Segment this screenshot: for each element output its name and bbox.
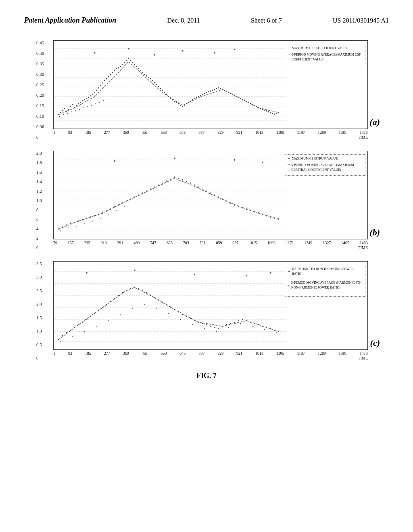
- svg-point-83: [206, 92, 207, 93]
- svg-point-37: [114, 70, 115, 71]
- svg-point-71: [182, 106, 183, 107]
- svg-point-179: [182, 179, 183, 181]
- svg-point-185: [206, 191, 207, 192]
- chart-c-x-axis: 1 93 185 277 369 461 553 645 737 829 921…: [53, 351, 368, 355]
- svg-point-62: [164, 92, 165, 93]
- svg-point-114: [268, 111, 269, 112]
- svg-point-132: [83, 107, 84, 108]
- svg-point-231: [86, 319, 87, 320]
- svg-point-130: [75, 110, 76, 111]
- chart-a-legend: + MAXIMUM CSP COEFFICIENT VALUE - - - 5-…: [285, 44, 365, 65]
- svg-point-29: [98, 87, 99, 88]
- chart-c-legend: + HARMONIC-TO-NON-HARMONIC POWER RATIO -…: [285, 265, 365, 297]
- svg-point-35: [110, 74, 111, 75]
- svg-point-194: [242, 207, 243, 208]
- svg-point-56: [152, 80, 153, 81]
- chart-b-legend: + MAXIMUM CEPSTRUM VALUE - - - 5-PERIOD …: [285, 154, 365, 176]
- svg-point-125: [234, 49, 235, 50]
- svg-point-204: [114, 160, 115, 162]
- svg-point-43: [126, 60, 127, 61]
- svg-point-16: [72, 104, 73, 105]
- svg-point-210: [76, 226, 77, 227]
- svg-point-31: [102, 83, 103, 84]
- svg-point-293: [156, 308, 157, 309]
- svg-point-26: [92, 94, 93, 95]
- svg-point-25: [90, 95, 91, 96]
- chart-b-x-axis: 79 157 235 313 391 469 547 625 703 781 8…: [53, 241, 368, 245]
- svg-point-42: [124, 62, 125, 63]
- svg-point-39: [118, 67, 119, 69]
- svg-point-38: [116, 68, 117, 69]
- svg-point-172: [154, 187, 155, 188]
- svg-point-181: [190, 183, 191, 184]
- svg-point-245: [142, 290, 143, 291]
- svg-point-211: [84, 223, 85, 224]
- svg-point-53: [146, 75, 147, 77]
- svg-point-46: [132, 62, 133, 63]
- svg-point-118: [276, 113, 277, 114]
- svg-point-123: [182, 50, 184, 52]
- svg-point-238: [114, 298, 115, 299]
- svg-point-261: [206, 324, 207, 325]
- svg-point-215: [116, 210, 117, 211]
- svg-point-10: [60, 112, 61, 113]
- svg-point-82: [204, 93, 205, 94]
- svg-point-90: [220, 88, 221, 89]
- svg-point-208: [60, 230, 61, 231]
- svg-point-21: [82, 100, 83, 101]
- svg-point-150: [66, 224, 67, 226]
- svg-point-184: [202, 189, 203, 190]
- chart-b-box: + MAXIMUM CEPSTRUM VALUE - - - 5-PERIOD …: [53, 151, 368, 239]
- svg-point-86: [212, 89, 213, 91]
- svg-point-78: [196, 97, 197, 98]
- svg-point-214: [108, 214, 109, 215]
- svg-point-120: [94, 52, 96, 54]
- svg-point-262: [210, 326, 211, 327]
- svg-point-15: [70, 106, 71, 107]
- chart-a-x-axis: 1 93 185 277 369 461 553 645 737 829 921…: [53, 130, 368, 135]
- svg-point-45: [130, 60, 131, 61]
- chart-a-box: + MAXIMUM CSP COEFFICIENT VALUE - - - 5-…: [53, 40, 368, 129]
- svg-point-112: [264, 110, 265, 111]
- sheet-info: Sheet 6 of 7: [251, 17, 282, 24]
- svg-point-225: [62, 335, 63, 336]
- page-header: Patent Application Publication Dec. 8, 2…: [24, 16, 389, 28]
- svg-point-212: [92, 220, 93, 221]
- svg-point-205: [174, 158, 175, 159]
- svg-point-129: [71, 111, 72, 112]
- chart-b-container: 0 2 4 6 8 1.0 1.2 1.4 1.6 1.8 2.0: [33, 151, 380, 250]
- svg-point-178: [178, 178, 179, 179]
- svg-point-34: [108, 76, 109, 77]
- svg-point-40: [120, 66, 121, 67]
- svg-point-186: [210, 193, 211, 194]
- svg-point-264: [218, 328, 219, 329]
- svg-point-134: [91, 105, 92, 106]
- svg-point-269: [238, 320, 239, 321]
- svg-point-292: [144, 304, 145, 305]
- svg-point-128: [67, 113, 68, 114]
- svg-point-51: [142, 72, 143, 73]
- svg-point-59: [158, 86, 159, 87]
- svg-point-49: [138, 68, 139, 69]
- svg-point-116: [272, 113, 273, 114]
- svg-point-54: [148, 77, 149, 78]
- svg-point-33: [106, 78, 107, 79]
- svg-point-284: [270, 272, 271, 274]
- svg-point-109: [258, 107, 259, 108]
- svg-point-113: [266, 110, 267, 112]
- svg-point-176: [170, 179, 171, 180]
- svg-point-121: [128, 48, 129, 50]
- svg-point-250: [162, 302, 163, 303]
- figure-label: FIG. 7: [24, 372, 389, 380]
- svg-point-99: [238, 97, 239, 98]
- svg-point-175: [166, 181, 167, 182]
- svg-point-11: [62, 110, 63, 111]
- svg-point-268: [234, 322, 235, 323]
- svg-point-286: [72, 336, 73, 337]
- svg-point-182: [194, 185, 195, 186]
- svg-point-131: [79, 109, 80, 110]
- chart-b-y-axis: 0 2 4 6 8 1.0 1.2 1.4 1.6 1.8 2.0: [36, 151, 42, 250]
- svg-point-174: [162, 183, 163, 184]
- svg-point-299: [228, 327, 229, 328]
- svg-point-19: [78, 103, 79, 104]
